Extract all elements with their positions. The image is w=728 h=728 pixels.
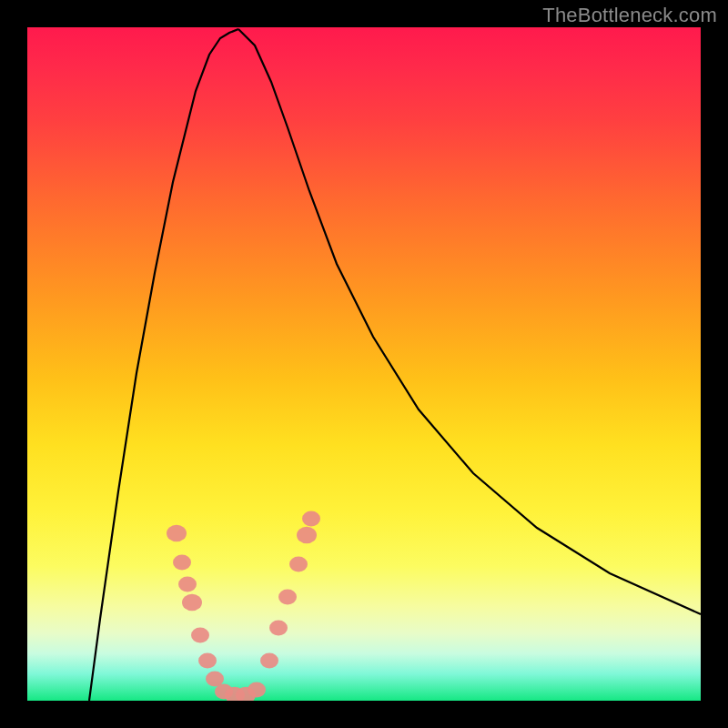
chart-frame: TheBottleneck.com <box>0 0 728 728</box>
data-marker <box>278 590 297 605</box>
data-marker <box>178 577 197 592</box>
watermark-text: TheBottleneck.com <box>542 4 717 27</box>
right-curve <box>238 29 701 614</box>
data-marker <box>297 527 317 544</box>
plot-area <box>27 27 701 701</box>
data-marker <box>302 511 320 527</box>
data-marker <box>182 594 202 612</box>
data-marker <box>289 557 308 572</box>
left-curve <box>89 29 238 701</box>
data-marker <box>260 653 278 669</box>
data-marker <box>173 555 191 571</box>
data-marker <box>167 525 187 542</box>
curve-layer <box>27 27 701 701</box>
data-marker <box>248 682 266 698</box>
marker-layer <box>167 511 320 702</box>
data-marker <box>198 653 217 669</box>
data-marker <box>269 621 288 636</box>
data-marker <box>191 628 209 643</box>
